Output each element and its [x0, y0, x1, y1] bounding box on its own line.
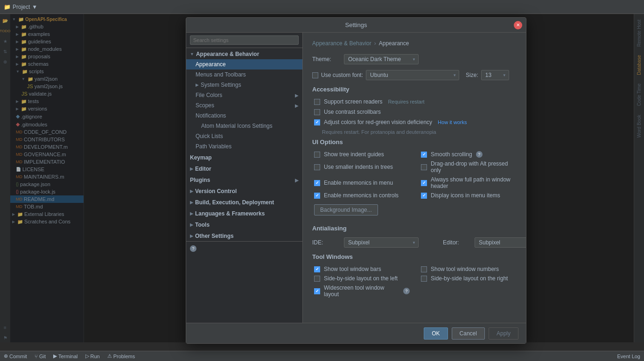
- nav-item-plugins[interactable]: Plugins ▶: [186, 174, 302, 185]
- languages-arrow-icon: ▶: [190, 211, 193, 216]
- editor-antialiasing-label: Editor:: [443, 239, 471, 246]
- nav-item-languages[interactable]: ▶ Languages & Frameworks: [186, 208, 302, 219]
- background-image-button[interactable]: Background Image...: [314, 204, 378, 215]
- status-problems[interactable]: ⚠ Problems: [107, 353, 135, 359]
- nav-item-appearance[interactable]: Appearance: [186, 59, 302, 69]
- side-by-side-right-checkbox[interactable]: [421, 276, 427, 282]
- apply-button[interactable]: Apply: [489, 327, 518, 340]
- widescreen-help-icon[interactable]: ?: [403, 288, 410, 294]
- file-colors-arrow-icon: ▶: [295, 93, 299, 98]
- nav-item-scopes[interactable]: Scopes ▶: [186, 100, 302, 111]
- theme-label: Theme:: [312, 56, 340, 62]
- ide-background: 📁 Project ▼ 📂 TODO ★ ⇅ ⊕ ≡ ⚑ ▼ 📁 OpenAPI…: [0, 0, 644, 361]
- system-settings-arrow-icon: ▶: [196, 83, 199, 87]
- status-run[interactable]: ▷ Run: [85, 353, 100, 359]
- how-it-works-link[interactable]: How it works: [438, 119, 467, 125]
- build-arrow-icon: ▶: [190, 200, 193, 205]
- nav-item-path-variables[interactable]: Path Variables: [186, 141, 302, 152]
- widescreen-layout-row: Widescreen tool window layout ?: [312, 285, 410, 298]
- git-branch-icon: ⑂: [35, 354, 38, 359]
- editor-antialiasing-select[interactable]: Subpixel Greyscale None: [475, 237, 526, 248]
- status-terminal[interactable]: ▶ Terminal: [53, 353, 78, 359]
- font-select[interactable]: Ubuntu Arial Consolas: [366, 70, 459, 80]
- side-by-side-left-checkbox[interactable]: [314, 276, 320, 282]
- side-by-side-left-row: Side-by-side layout on the left: [312, 275, 410, 282]
- size-select-wrapper: 13 11 12 14 16 18: [481, 70, 509, 80]
- nav-item-tools[interactable]: ▶ Tools: [186, 219, 302, 230]
- nav-item-keymap[interactable]: Keymap: [186, 152, 302, 163]
- nav-item-notifications[interactable]: Notifications: [186, 111, 302, 121]
- nav-item-menus-toolbars[interactable]: Menus and Toolbars: [186, 69, 302, 80]
- contrast-scrollbars-checkbox[interactable]: [314, 109, 320, 115]
- nav-item-atom-material[interactable]: Atom Material Icons Settings: [186, 121, 302, 131]
- nav-item-quick-lists[interactable]: Quick Lists: [186, 131, 302, 141]
- size-label: Size:: [466, 72, 478, 78]
- nav-item-appearance-behavior[interactable]: ▼ Appearance & Behavior: [186, 48, 302, 59]
- dialog-title-bar: Settings ✕: [186, 18, 526, 33]
- screen-readers-checkbox[interactable]: [314, 99, 320, 105]
- widescreen-layout-label: Widescreen tool window layout: [324, 285, 399, 298]
- accessibility-title: Accessibility: [312, 86, 517, 93]
- terminal-icon: ▶: [53, 353, 57, 359]
- status-commit[interactable]: ⊕ Commit: [4, 353, 27, 359]
- ok-button[interactable]: OK: [424, 327, 448, 340]
- mnemonics-menu-checkbox[interactable]: [314, 180, 320, 186]
- nav-item-version-control[interactable]: ▶ Version Control: [186, 185, 302, 196]
- nav-item-system-settings[interactable]: ▶ System Settings: [186, 80, 302, 90]
- editor-antialiasing-select-wrapper: Subpixel Greyscale None: [475, 237, 526, 248]
- display-icons-label: Display icons in menu items: [431, 192, 500, 199]
- always-show-path-checkbox[interactable]: [421, 180, 427, 186]
- settings-search-input[interactable]: [190, 35, 299, 45]
- screen-readers-row: Support screen readers Requires restart: [312, 98, 517, 105]
- smaller-indents-checkbox[interactable]: [314, 164, 320, 170]
- nav-search-container: [186, 33, 302, 48]
- nav-help-icon[interactable]: ?: [190, 245, 196, 252]
- theme-select[interactable]: Oceanic Dark Theme IntelliJ Light Darcul…: [344, 54, 419, 64]
- nav-item-file-colors[interactable]: File Colors ▶: [186, 90, 302, 100]
- show-tool-window-numbers-checkbox[interactable]: [421, 266, 427, 272]
- widescreen-layout-checkbox[interactable]: [314, 288, 320, 294]
- nav-item-other-settings[interactable]: ▶ Other Settings: [186, 230, 302, 241]
- drag-drop-alt-checkbox[interactable]: [421, 164, 427, 170]
- settings-dialog: Settings ✕ ▼ Appearance & Behavior Appea…: [186, 17, 526, 344]
- smooth-scrolling-checkbox[interactable]: [421, 152, 427, 158]
- smaller-indents-label: Use smaller indents in trees: [324, 164, 393, 170]
- font-select-wrapper: Ubuntu Arial Consolas: [366, 70, 459, 80]
- nav-item-build-execution[interactable]: ▶ Build, Execution, Deployment: [186, 196, 302, 208]
- cancel-button[interactable]: Cancel: [452, 327, 485, 340]
- settings-content-panel: Appearance & Behavior › Appearance Theme…: [303, 33, 526, 323]
- always-show-path-label: Always show full path in window header: [431, 176, 517, 189]
- theme-row: Theme: Oceanic Dark Theme IntelliJ Light…: [312, 54, 517, 64]
- smooth-scrolling-help-icon[interactable]: ?: [476, 151, 483, 158]
- antialiasing-row: IDE: Subpixel Greyscale None Editor:: [312, 237, 517, 248]
- screen-readers-label: Support screen readers: [324, 98, 382, 105]
- ide-antialiasing-field: IDE: Subpixel Greyscale None: [312, 237, 419, 248]
- plugins-arrow-icon: ▶: [295, 178, 299, 183]
- custom-font-label: Use custom font:: [321, 72, 363, 78]
- display-icons-row: Display icons in menu items: [419, 192, 517, 199]
- mnemonics-menu-row: Enable mnemonics in menu: [312, 176, 410, 189]
- ide-antialiasing-select[interactable]: Subpixel Greyscale None: [344, 237, 419, 248]
- display-icons-checkbox[interactable]: [421, 193, 427, 199]
- problems-icon: ⚠: [107, 353, 112, 359]
- status-bar: ⊕ Commit ⑂ Git ▶ Terminal ▷ Run ⚠ Proble…: [0, 351, 644, 361]
- tools-arrow-icon: ▶: [190, 222, 193, 227]
- close-button[interactable]: ✕: [514, 21, 522, 29]
- run-icon: ▷: [85, 353, 89, 359]
- status-git[interactable]: ⑂ Git: [35, 354, 46, 359]
- show-tool-window-bars-checkbox[interactable]: [314, 266, 320, 272]
- show-tool-window-numbers-label: Show tool window numbers: [431, 266, 499, 272]
- show-tree-indent-checkbox[interactable]: [314, 152, 320, 158]
- antialiasing-title: Antialiasing: [312, 225, 517, 232]
- custom-font-checkbox[interactable]: [312, 72, 318, 78]
- vc-arrow-icon: ▶: [190, 189, 193, 194]
- size-select[interactable]: 13 11 12 14 16 18: [481, 70, 509, 80]
- ide-antialiasing-label: IDE:: [312, 239, 340, 246]
- status-event-log[interactable]: Event Log: [617, 354, 640, 359]
- adjust-colors-checkbox[interactable]: [314, 119, 320, 125]
- project-title[interactable]: 📁 Project ▼: [4, 4, 37, 10]
- show-tool-window-bars-label: Show tool window bars: [324, 266, 381, 272]
- nav-item-editor[interactable]: ▶ Editor: [186, 163, 302, 174]
- mnemonics-controls-checkbox[interactable]: [314, 193, 320, 199]
- tool-windows-title: Tool Windows: [312, 253, 517, 260]
